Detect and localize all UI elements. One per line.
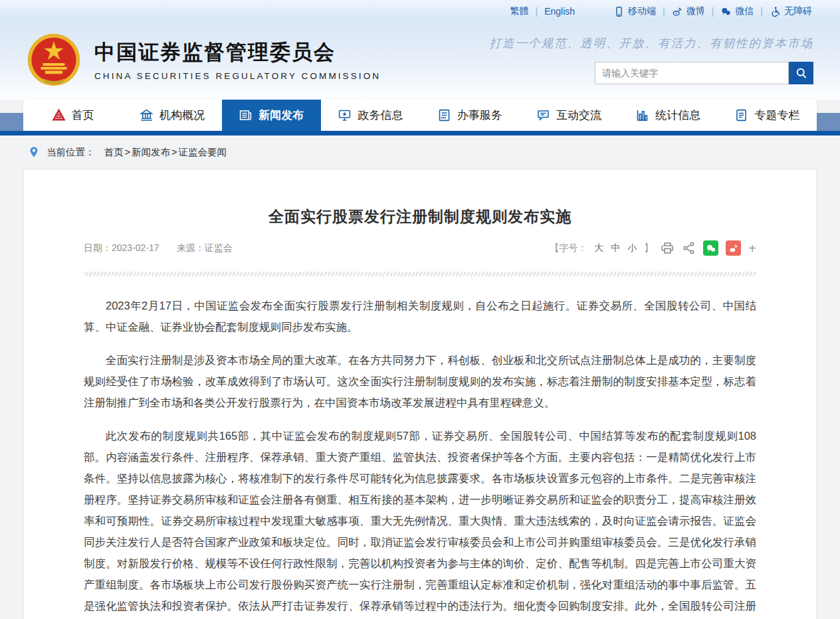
nav-tabs: 首页 机构概况 新闻发布 政务信息 办事服务 互动交流 统计信息 专题专栏 <box>23 100 817 131</box>
wechat-share-icon <box>706 243 716 254</box>
bar-chart-icon <box>635 108 649 122</box>
more-share-button[interactable]: + <box>748 242 756 255</box>
nav-tab-services-label: 办事服务 <box>457 108 502 123</box>
form-list-icon <box>437 108 451 122</box>
accessibility-icon <box>770 6 781 17</box>
nav-tab-gov-info-label: 政务信息 <box>358 108 403 123</box>
search-button[interactable] <box>789 62 813 84</box>
breadcrumb-link-home[interactable]: 首页 <box>104 146 124 159</box>
nav-bottom-strip <box>0 131 840 135</box>
search-bar <box>595 62 813 84</box>
slogan-text: 打造一个规范、透明、开放、有活力、有韧性的资本市场 <box>490 35 814 51</box>
search-input[interactable] <box>595 62 789 84</box>
nav-tab-services[interactable]: 办事服务 <box>420 100 519 131</box>
nav-tab-interaction[interactable]: 互动交流 <box>519 100 618 131</box>
fontsize-bracket-open: 【字号： <box>550 242 587 254</box>
nav-tab-news[interactable]: 新闻发布 <box>222 100 321 131</box>
article-meta-row: 日期：2023-02-17 来源：证监会 【字号： 大 中 小 】 + <box>84 240 756 256</box>
chat-bubble-icon <box>536 108 550 122</box>
lang-english-link[interactable]: English <box>544 6 575 17</box>
masthead: 中国证券监督管理委员会 CHINA SECURITIES REGULATORY … <box>0 23 840 97</box>
main-navigation: 首页 机构概况 新闻发布 政务信息 办事服务 互动交流 统计信息 专题专栏 <box>0 100 840 135</box>
divider: | <box>712 6 714 17</box>
nav-tab-interaction-label: 互动交流 <box>556 108 601 123</box>
breadcrumb-label: 当前位置： <box>47 146 95 159</box>
nav-tab-special-topics-label: 专题专栏 <box>754 108 799 123</box>
article-paragraph: 2023年2月17日，中国证监会发布全面实行股票发行注册制相关制度规则，自公布之… <box>84 295 756 337</box>
top-utility-bar: 繁體 | English 移动端 | 微博 | 微信 | 无障碍 <box>0 0 840 23</box>
lang-traditional-label: 繁體 <box>510 5 529 17</box>
article-date: 日期：2023-02-17 <box>84 242 159 254</box>
monitor-star-icon <box>338 108 352 122</box>
breadcrumb-link-news[interactable]: 新闻发布 <box>132 146 170 159</box>
nav-tab-about-label: 机构概况 <box>159 108 205 123</box>
weibo-link[interactable]: 微博 <box>672 5 705 17</box>
article-tools: 【字号： 大 中 小 】 + <box>550 240 756 256</box>
divider: | <box>663 6 665 17</box>
wechat-label: 微信 <box>735 5 754 17</box>
mobile-site-label: 移动端 <box>628 5 656 17</box>
nav-tab-gov-info[interactable]: 政务信息 <box>321 100 420 131</box>
weibo-icon <box>672 6 683 17</box>
bank-icon <box>140 108 154 122</box>
nav-tab-special-topics[interactable]: 专题专栏 <box>718 100 817 131</box>
article-paragraph: 全面实行注册制是涉及资本市场全局的重大改革。在各方共同努力下，科创板、创业板和北… <box>84 349 756 413</box>
location-pin-icon <box>28 146 40 158</box>
nav-tab-news-label: 新闻发布 <box>259 108 304 123</box>
nav-tab-statistics-label: 统计信息 <box>655 108 700 123</box>
wechat-icon <box>720 6 732 17</box>
lang-english-label: English <box>544 6 575 17</box>
accessibility-label: 无障碍 <box>784 5 812 17</box>
fontsize-large-button[interactable]: 大 <box>594 242 603 254</box>
newspaper-icon <box>239 108 253 122</box>
breadcrumb-separator: > <box>171 147 177 157</box>
lang-traditional-link[interactable]: 繁體 <box>510 5 529 17</box>
site-title-english: CHINA SECURITIES REGULATORY COMMISSION <box>94 71 381 81</box>
nav-tab-statistics[interactable]: 统计信息 <box>619 100 718 131</box>
article-body: 2023年2月17日，中国证监会发布全面实行股票发行注册制相关制度规则，自公布之… <box>84 295 756 619</box>
breadcrumb-link-csrc-news[interactable]: 证监会要闻 <box>178 146 227 159</box>
nav-tab-home[interactable]: 首页 <box>23 100 122 131</box>
mobile-phone-icon <box>613 6 625 17</box>
fontsize-bracket-close: 】 <box>644 242 653 254</box>
hatched-divider <box>84 272 756 276</box>
print-icon[interactable] <box>661 241 675 255</box>
breadcrumb-separator: > <box>125 147 130 157</box>
fontsize-small-button[interactable]: 小 <box>627 242 637 254</box>
national-emblem-logo[interactable] <box>27 33 81 87</box>
breadcrumb: 当前位置： 首页 > 新闻发布 > 证监会要闻 <box>0 135 840 169</box>
article-paragraph: 此次发布的制度规则共165部，其中证监会发布的制度规则57部，证券交易所、全国股… <box>84 425 756 619</box>
nav-flank-left <box>0 113 23 131</box>
site-brand: 中国证券监督管理委员会 CHINA SECURITIES REGULATORY … <box>94 39 381 81</box>
article-container: 全面实行股票发行注册制制度规则发布实施 日期：2023-02-17 来源：证监会… <box>23 169 817 619</box>
share-wechat-button[interactable] <box>703 240 718 256</box>
search-icon <box>795 66 808 80</box>
mobile-site-link[interactable]: 移动端 <box>613 5 656 17</box>
article-source: 来源：证监会 <box>177 242 233 254</box>
weibo-label: 微博 <box>686 5 705 17</box>
site-header: 繁體 | English 移动端 | 微博 | 微信 | 无障碍 <box>0 0 840 100</box>
site-title-chinese: 中国证券监督管理委员会 <box>94 39 381 66</box>
header-right: 打造一个规范、透明、开放、有活力、有韧性的资本市场 <box>490 35 814 84</box>
fontsize-medium-button[interactable]: 中 <box>611 242 620 254</box>
divider: | <box>760 6 763 17</box>
nav-tab-about[interactable]: 机构概况 <box>122 100 221 131</box>
divider: | <box>536 6 538 17</box>
share-icon[interactable] <box>682 241 696 255</box>
nav-flank-right <box>817 113 840 131</box>
share-weibo-button[interactable] <box>726 240 741 256</box>
nav-tab-home-label: 首页 <box>72 108 94 123</box>
document-icon <box>734 108 748 122</box>
accessibility-link[interactable]: 无障碍 <box>770 5 812 17</box>
weibo-share-icon <box>728 243 739 254</box>
csrc-logo-icon <box>52 108 66 122</box>
wechat-link[interactable]: 微信 <box>720 5 754 17</box>
article-title: 全面实行股票发行注册制制度规则发布实施 <box>84 207 756 227</box>
